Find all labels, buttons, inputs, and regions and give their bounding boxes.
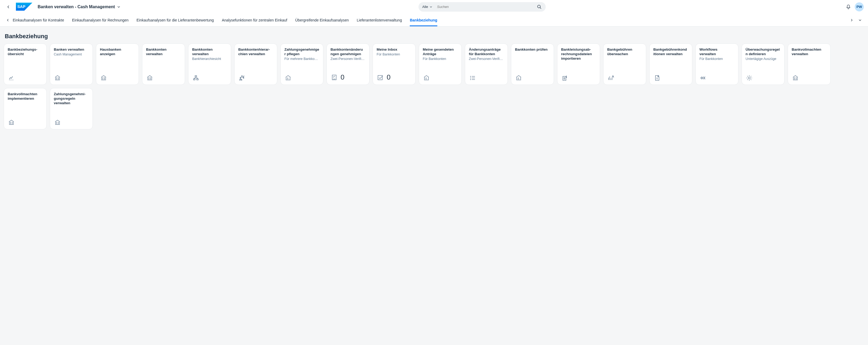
tile[interactable]: Bankkontenänderun­gen genehmigenZwei-Per… bbox=[327, 44, 369, 85]
tile-footer bbox=[607, 75, 642, 81]
tile-count: 0 bbox=[387, 73, 391, 81]
chevron-down-icon bbox=[117, 5, 120, 8]
tile[interactable]: Bankvollmachten implementieren bbox=[4, 88, 46, 130]
tile-footer bbox=[792, 75, 827, 81]
search-filter-dropdown[interactable]: Alle bbox=[422, 5, 435, 9]
bank-dollar-icon: $ bbox=[423, 75, 430, 81]
nav-overflow-button[interactable] bbox=[856, 17, 864, 24]
tile-title: Hausbanken anzeigen bbox=[100, 48, 135, 56]
tile-title: Bankgebührenkondi­tionen verwalten bbox=[653, 48, 688, 56]
chevron-right-icon bbox=[850, 19, 853, 22]
tile[interactable]: Zahlungsgenehmi­gungsregeln verwalten bbox=[50, 88, 93, 130]
tile-footer bbox=[8, 75, 43, 81]
tile-footer: $ bbox=[653, 75, 688, 81]
svg-point-6 bbox=[240, 78, 241, 79]
tile-title: Bankkonten verwalten bbox=[146, 48, 181, 56]
tile[interactable]: Bankkonten prüfen$ bbox=[511, 44, 554, 85]
tile[interactable]: Bankgebühren überwachen bbox=[603, 44, 646, 85]
chevron-left-icon bbox=[7, 5, 10, 9]
user-avatar[interactable]: PW bbox=[855, 2, 864, 11]
tile-footer bbox=[238, 75, 273, 81]
tile-subtitle: Zwei-Personen-Verifi… bbox=[331, 57, 366, 61]
bank-icon bbox=[54, 119, 61, 126]
tile[interactable]: Banken verwaltenCash Management bbox=[50, 44, 93, 85]
tile-count: 0 bbox=[341, 73, 344, 81]
tile[interactable]: Hausbanken anzeigen bbox=[96, 44, 139, 85]
tile-subtitle: Für mehrere Bankko… bbox=[284, 57, 319, 61]
tile[interactable]: Meine gesendeten AnträgeFür Bankkonten$ bbox=[419, 44, 462, 85]
tile-footer bbox=[192, 75, 227, 81]
nav-tab[interactable]: Lieferantenlistenverwaltung bbox=[357, 14, 402, 26]
notifications-button[interactable] bbox=[844, 3, 852, 11]
tile-title: Bankgebühren überwachen bbox=[607, 48, 642, 56]
svg-point-14 bbox=[470, 76, 471, 77]
barchart-icon bbox=[608, 75, 614, 81]
tile-footer bbox=[146, 75, 181, 81]
nav-tab[interactable]: Übergreifende Einkaufsanalysen bbox=[295, 14, 349, 26]
shell-header: SAP Banken verwalten - Cash Management A… bbox=[0, 0, 868, 14]
svg-text:$: $ bbox=[425, 78, 427, 80]
tile[interactable]: Zahlungsgenehmiger pflegenFür mehrere Ba… bbox=[280, 44, 323, 85]
tile[interactable]: Bankvollmachten verwalten bbox=[788, 44, 831, 85]
search-input[interactable] bbox=[435, 5, 535, 9]
chart-icon bbox=[8, 75, 15, 81]
hierarchy2-icon bbox=[239, 75, 245, 81]
tile-subtitle: Für Bankkonten bbox=[423, 57, 458, 61]
tile-icon-wrap bbox=[146, 75, 153, 81]
nav-tab[interactable]: Einkaufsanalysen für Kontrakte bbox=[13, 14, 64, 26]
tile-icon-wrap bbox=[8, 75, 15, 81]
back-button[interactable] bbox=[4, 3, 13, 11]
shell-title-dropdown[interactable]: Banken verwalten - Cash Management bbox=[38, 4, 120, 9]
bank-icon bbox=[146, 75, 153, 81]
tile-title: Bankbeziehungs­übersicht bbox=[8, 48, 43, 56]
bank-dollar-icon: $ bbox=[285, 75, 291, 81]
tile[interactable]: Bankbeziehungs­übersicht bbox=[4, 44, 46, 85]
tile[interactable]: Workflows verwaltenFür Bankkonten bbox=[695, 44, 738, 85]
tile-icon-wrap: $ bbox=[653, 75, 661, 81]
tile[interactable]: Bankleistungsab­rechnungsdateien importi… bbox=[557, 44, 600, 85]
tiles-container: Bankbeziehungs­übersichtBanken verwalten… bbox=[4, 44, 864, 130]
svg-point-5 bbox=[242, 76, 243, 76]
tile-title: Bankvollmachten verwalten bbox=[792, 48, 827, 56]
bank-icon bbox=[54, 75, 61, 81]
nav-tab[interactable]: Einkaufsanalysen für die Lieferantenbewe… bbox=[136, 14, 214, 26]
nav-tab[interactable]: Analysefunktionen für zentralen Einkauf bbox=[222, 14, 287, 26]
shell-title-text: Banken verwalten - Cash Management bbox=[38, 4, 115, 9]
tile-icon-wrap: $ bbox=[423, 75, 430, 81]
tile[interactable]: Meine InboxFür Bankkonten0 bbox=[373, 44, 415, 85]
tile-icon-wrap bbox=[54, 119, 61, 126]
tile[interactable]: Bankgebührenkondi­tionen verwalten$ bbox=[649, 44, 692, 85]
tile[interactable]: Änderungsanträge für BankkontenZwei-Pers… bbox=[465, 44, 508, 85]
tile-footer: $ bbox=[515, 75, 550, 81]
workflow-icon bbox=[700, 75, 707, 81]
tile-footer bbox=[746, 75, 780, 81]
tile-footer: 0 bbox=[331, 73, 366, 81]
nav-scroll-right-button[interactable] bbox=[848, 17, 855, 24]
chevron-left-icon bbox=[6, 19, 9, 22]
tile[interactable]: Bankkonten verwalten bbox=[142, 44, 185, 85]
search-button[interactable] bbox=[535, 3, 544, 11]
tile-subtitle: Untertägige Auszüge bbox=[746, 57, 780, 61]
tile[interactable]: Bankkontenhierar­chien verwalten bbox=[234, 44, 277, 85]
nav-tab[interactable]: Einkaufsanalysen für Rechnungen bbox=[72, 14, 128, 26]
svg-text:$: $ bbox=[656, 78, 658, 80]
tile-icon-wrap bbox=[377, 74, 384, 81]
page-title: Bankbeziehung bbox=[5, 33, 864, 40]
nav-tab[interactable]: Bankbeziehung bbox=[410, 14, 437, 26]
tile-icon-wrap: $ bbox=[284, 75, 292, 81]
bank-icon bbox=[100, 75, 107, 81]
tile[interactable]: Überwachungsregeln definierenUntertägige… bbox=[742, 44, 784, 85]
tile[interactable]: Bankkonten verwaltenBankhierarchiesicht bbox=[188, 44, 231, 85]
svg-point-15 bbox=[470, 78, 471, 79]
nav-scroll-left-button[interactable] bbox=[4, 17, 12, 24]
tile-icon-wrap bbox=[700, 75, 707, 81]
svg-rect-4 bbox=[197, 79, 198, 80]
nav-tabs: Einkaufsanalysen für KontrakteEinkaufsan… bbox=[0, 14, 868, 27]
tile-title: Änderungsanträge für Bankkonten bbox=[469, 48, 504, 56]
tile-icon-wrap bbox=[792, 75, 799, 81]
sap-logo[interactable]: SAP bbox=[16, 3, 32, 11]
tile-icon-wrap bbox=[192, 75, 199, 81]
checkbox-icon bbox=[377, 74, 384, 81]
svg-rect-2 bbox=[195, 76, 197, 77]
tile-icon-wrap bbox=[54, 75, 61, 81]
